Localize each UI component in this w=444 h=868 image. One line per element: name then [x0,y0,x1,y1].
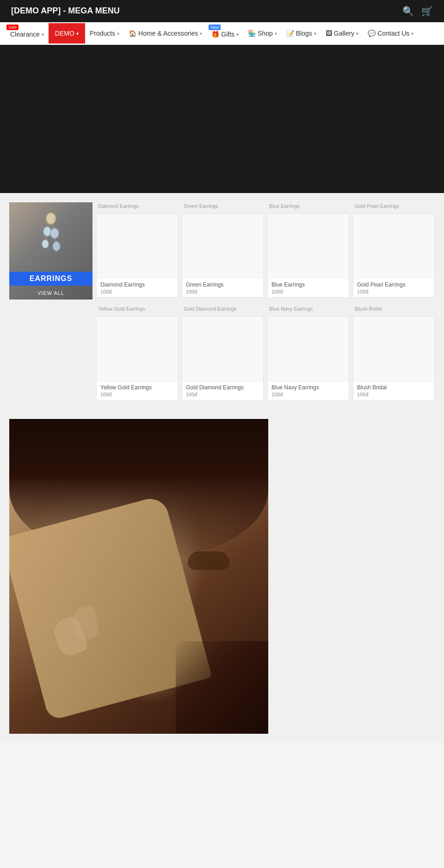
product-info-blue: Blue Earrings 100đ [268,279,349,297]
product-row-1: Diamond Earrings 100đ Green Earrings 100… [96,213,435,298]
product-title-golddiamond: Gold Diamond Earrings [186,384,259,391]
product-image-golddiamond [182,317,263,381]
svg-point-3 [42,240,49,248]
row1-labels: Diamond Earrings Green Earrings Blue Ear… [96,202,435,210]
product-info-yellowgold: Yellow Gold Earrings 100đ [97,381,178,400]
product-info-diamond: Diamond Earrings 100đ [97,279,178,297]
blog-icon: 📝 [286,30,294,37]
nav-item-clearance[interactable]: Sale Clearance ▾ [6,22,49,44]
svg-line-5 [47,224,51,227]
svg-point-2 [50,228,59,238]
nav-label-shop: Shop [258,30,273,37]
label-goldpearl: Gold Pearl Earrings [353,202,435,210]
product-info-goldpearl: Gold Pearl Earrings 100đ [353,279,434,297]
chevron-down-icon: ▾ [356,31,358,36]
product-image-goldpearl [353,214,434,279]
new-badge: New [209,25,221,30]
nav-item-blogs[interactable]: 📝 Blogs ▾ [282,23,321,44]
svg-line-7 [45,236,47,240]
chevron-down-icon: ▾ [275,31,277,36]
chevron-down-icon: ▾ [42,32,44,37]
nav-item-shop[interactable]: 🏪 Shop ▾ [243,23,282,44]
product-title-yellowgold: Yellow Gold Earrings [100,384,174,391]
nav-item-contact[interactable]: 💬 Contact Us ▾ [363,23,418,44]
nav-item-home-accessories[interactable]: 🏠 Home & Accessories ▾ [124,23,207,44]
product-card-blushbridal[interactable]: Blush Bridal 100đ [353,316,435,400]
product-card-green[interactable]: Green Earrings 100đ [182,213,264,298]
nav-label-gifts: Gifts [221,31,234,38]
contact-icon: 💬 [368,30,376,37]
nav-item-gifts[interactable]: New 🎁 Gifts ▾ [207,22,243,44]
product-info-green: Green Earrings 100đ [182,279,263,297]
product-title-bluenavy: Blue Navy Earrings [271,384,345,391]
product-image-green [182,214,263,279]
product-row-2: Yellow Gold Earrings 100đ Gold Diamond E… [96,316,435,400]
label-blue: Blue Earrings [267,202,349,210]
label-bluenavy: Blue Navy Earrings [267,305,349,312]
product-card-diamond[interactable]: Diamond Earrings 100đ [96,213,178,298]
sale-badge: Sale [6,25,18,30]
bottom-feature-image [9,419,268,734]
label-green: Green Earrings [182,202,264,210]
label-diamond: Diamond Earrings [96,202,178,210]
search-icon[interactable]: 🔍 [402,6,414,17]
product-card-goldpearl[interactable]: Gold Pearl Earrings 100đ [353,213,435,298]
svg-line-8 [55,238,56,242]
nav-label-demo: DEMO [55,30,74,37]
earrings-promo-image: EARRINGS VIEW ALL [9,202,92,300]
label-golddiamond: Gold Diamond Earrings [182,305,264,312]
nav-item-gallery[interactable]: 🖼 Gallery ▾ [321,23,363,44]
product-price-bluenavy: 100đ [271,392,345,397]
chevron-down-icon: ▾ [76,31,79,36]
top-header: [DEMO APP] - MEGA MENU 🔍 🛒 [0,0,444,22]
chevron-down-icon: ▾ [236,32,239,37]
product-title-green: Green Earrings [186,281,259,288]
nav-label-home: Home & Accessories [138,30,198,37]
bottom-section [0,410,444,743]
product-image-diamond [97,214,178,279]
product-card-golddiamond[interactable]: Gold Diamond Earrings 100đ [182,316,264,400]
product-card-bluenavy[interactable]: Blue Navy Earrings 100đ [267,316,349,400]
svg-point-4 [53,242,60,251]
earring-graphic [32,209,69,265]
label-yellowgold: Yellow Gold Earrings [96,305,178,312]
earrings-products-grid: Diamond Earrings Green Earrings Blue Ear… [92,202,435,400]
row2-labels: Yellow Gold Earrings Gold Diamond Earrin… [96,305,435,312]
cart-icon[interactable]: 🛒 [421,6,433,17]
home-icon: 🏠 [129,30,136,37]
product-price-yellowgold: 100đ [100,392,174,397]
product-price-goldpearl: 100đ [357,289,431,294]
product-image-yellowgold [97,317,178,381]
nav-label-contact: Contact Us [377,30,409,37]
site-title: [DEMO APP] - MEGA MENU [11,6,120,16]
chevron-down-icon: ▾ [411,31,413,36]
nav-label-products: Products [90,30,115,37]
product-image-blue [268,214,349,279]
bottom-image-background [9,419,268,734]
product-title-blushbridal: Blush Bridal [357,384,431,391]
product-title-blue: Blue Earrings [271,281,345,288]
product-title-diamond: Diamond Earrings [100,281,174,288]
label-blushbridal: Blush Bridal [353,305,435,312]
nav-item-demo[interactable]: DEMO ▾ [49,23,85,44]
nav-label-blogs: Blogs [296,30,312,37]
header-icons: 🔍 🛒 [402,6,433,17]
earrings-promo-block[interactable]: EARRINGS VIEW ALL [9,202,92,400]
nav-label-gallery: Gallery [334,30,354,37]
svg-point-0 [46,213,56,224]
view-all-label: VIEW ALL [9,290,92,296]
nav-item-products[interactable]: Products ▾ [85,23,124,44]
product-card-yellowgold[interactable]: Yellow Gold Earrings 100đ [96,316,178,400]
chevron-down-icon: ▾ [200,31,202,36]
gifts-icon: 🎁 [211,31,219,38]
chevron-down-icon: ▾ [314,31,316,36]
product-info-bluenavy: Blue Navy Earrings 100đ [268,381,349,400]
product-price-blushbridal: 100đ [357,392,431,397]
gallery-icon: 🖼 [326,30,332,37]
product-price-diamond: 100đ [100,289,174,294]
shop-icon: 🏪 [248,30,256,37]
product-card-blue[interactable]: Blue Earrings 100đ [267,213,349,298]
product-info-blushbridal: Blush Bridal 100đ [353,381,434,400]
dark-corner [176,641,268,734]
nav-label-clearance: Clearance [10,31,40,38]
